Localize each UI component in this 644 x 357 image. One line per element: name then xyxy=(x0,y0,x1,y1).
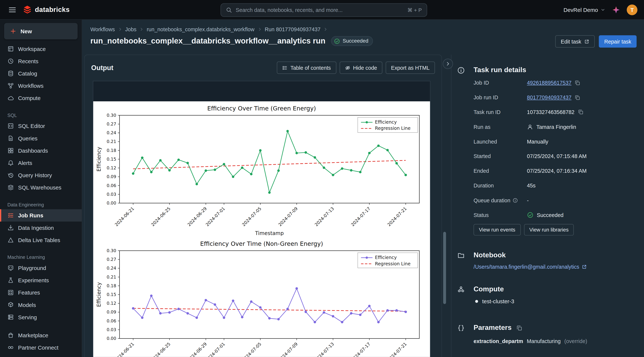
svg-text:0.12: 0.12 xyxy=(107,165,116,170)
edit-task-button[interactable]: Edit task xyxy=(556,35,595,48)
copy-icon[interactable] xyxy=(578,109,584,115)
view-run-events-button[interactable]: View run events xyxy=(474,224,520,236)
svg-text:2024-06-29: 2024-06-29 xyxy=(186,206,208,227)
search-input[interactable] xyxy=(236,7,404,13)
delta-live-tables-icon xyxy=(8,237,14,243)
workspace-selector[interactable]: DevRel Demo xyxy=(564,7,605,13)
info-icon[interactable] xyxy=(512,198,518,203)
sidebar-item-job-runs[interactable]: Job Runs xyxy=(0,209,82,221)
notebook-output-frame: Efficiency Over Time (Green Energy)0.000… xyxy=(93,81,430,357)
hamburger-menu-icon[interactable] xyxy=(8,5,16,14)
sidebar-item-partner-connect[interactable]: Partner Connect xyxy=(0,341,82,354)
table-of-contents-button[interactable]: Table of contents xyxy=(277,61,336,74)
svg-text:Efficiency: Efficiency xyxy=(96,147,102,172)
chevron-right-icon xyxy=(324,27,328,32)
parameters-heading: Parameters xyxy=(474,324,512,332)
svg-text:0.21: 0.21 xyxy=(107,275,116,280)
page-title: run_notebooks_complex__databricks_workfl… xyxy=(90,36,325,45)
chevron-right-icon xyxy=(139,27,144,32)
detail-value-text: Succeeded xyxy=(537,212,564,218)
sidebar-item-playground[interactable]: Playground xyxy=(0,262,82,274)
sidebar-item-recents[interactable]: Recents xyxy=(0,55,82,67)
sidebar-item-alerts[interactable]: Alerts xyxy=(0,157,82,169)
status-badge: Succeeded xyxy=(331,36,373,46)
view-run-libraries-button[interactable]: View run libraries xyxy=(524,224,574,236)
databricks-logo-icon xyxy=(23,5,32,14)
search-shortcut: ⌘ + P xyxy=(408,7,422,13)
sidebar-item-compute[interactable]: Compute xyxy=(0,92,82,104)
detail-label: Status xyxy=(474,212,527,218)
recents-icon xyxy=(8,58,14,64)
marketplace-icon xyxy=(8,332,14,339)
notebook-path-link[interactable]: /Users/tamara.fingerlin@gmail.com/analyt… xyxy=(474,264,579,270)
sidebar-item-queries[interactable]: Queries xyxy=(0,132,82,144)
svg-text:0.27: 0.27 xyxy=(107,122,116,126)
scrollbar-thumb[interactable] xyxy=(443,232,446,304)
breadcrumb-jobs[interactable]: Jobs xyxy=(125,26,136,32)
export-as-html-button[interactable]: Export as HTML xyxy=(386,61,435,74)
breadcrumb-run[interactable]: Run 801770940937437 xyxy=(265,26,320,32)
svg-text:2024-07-17: 2024-07-17 xyxy=(350,341,371,357)
copy-icon[interactable] xyxy=(575,95,580,100)
copy-icon[interactable] xyxy=(516,325,522,331)
sidebar-item-data-ingestion[interactable]: Data Ingestion xyxy=(0,222,82,234)
sidebar-item-serving[interactable]: Serving xyxy=(0,311,82,323)
breadcrumb-workflows[interactable]: Workflows xyxy=(90,26,115,32)
assistant-sparkle-icon[interactable] xyxy=(612,6,620,14)
sidebar-section-data-engineering: Data Engineering xyxy=(0,199,82,209)
databricks-app: databricks ⌘ + P DevRel Demo T xyxy=(0,0,644,357)
global-search[interactable]: ⌘ + P xyxy=(220,3,427,17)
sidebar-item-sql-editor[interactable]: SQL Editor xyxy=(0,120,82,132)
sidebar-section-sql: SQL xyxy=(0,110,82,120)
sidebar-nav: WorkspaceRecentsCatalogWorkflowsComputeS… xyxy=(0,42,82,354)
parameter-row: extraction_departm Manufacturing (overri… xyxy=(474,338,587,344)
copy-icon[interactable] xyxy=(575,80,580,86)
svg-text:0.18: 0.18 xyxy=(107,283,116,288)
detail-row-ended: Ended07/25/2024, 07:16:34 AM xyxy=(474,164,640,178)
detail-label: Task run ID xyxy=(474,109,527,115)
detail-row-launched: LaunchedManually xyxy=(474,134,640,149)
cluster-name[interactable]: test-cluster-3 xyxy=(482,298,514,304)
hide-code-button[interactable]: Hide code xyxy=(340,61,382,74)
svg-text:2024-07-13: 2024-07-13 xyxy=(314,206,335,227)
sidebar-item-workflows[interactable]: Workflows xyxy=(0,80,82,92)
partner-connect-icon xyxy=(8,344,14,351)
sidebar-item-query-history[interactable]: Query History xyxy=(0,169,82,181)
repair-task-button[interactable]: Repair task xyxy=(599,35,636,48)
collapse-panel-button[interactable] xyxy=(443,59,453,69)
sidebar-item-catalog[interactable]: Catalog xyxy=(0,67,82,80)
topbar-right: DevRel Demo T xyxy=(564,0,637,20)
svg-text:Regression Line: Regression Line xyxy=(375,261,410,267)
user-avatar[interactable]: T xyxy=(627,4,637,15)
sidebar-item-workspace[interactable]: Workspace xyxy=(0,42,82,55)
sidebar-item-delta-live-tables[interactable]: Delta Live Tables xyxy=(0,234,82,246)
sidebar-item-features[interactable]: Features xyxy=(0,286,82,299)
sidebar-item-marketplace[interactable]: Marketplace xyxy=(0,329,82,341)
breadcrumb-job[interactable]: run_notebooks_complex.databricks_workflo… xyxy=(147,26,254,32)
databricks-logo[interactable]: databricks xyxy=(23,5,70,14)
external-link-icon[interactable] xyxy=(582,264,587,270)
detail-value-text: 1073327463568782 xyxy=(527,109,574,115)
detail-value-link[interactable]: 801770940937437 xyxy=(527,94,572,101)
sidebar: New WorkspaceRecentsCatalogWorkflowsComp… xyxy=(0,20,82,357)
svg-text:2024-07-05: 2024-07-05 xyxy=(241,341,262,357)
detail-value-link[interactable]: 492618895617537 xyxy=(527,80,572,86)
compute-heading: Compute xyxy=(474,285,504,293)
task-detail-rows: Job ID492618895617537Job run ID801770940… xyxy=(474,75,640,222)
brand-wordmark: databricks xyxy=(35,6,70,13)
sidebar-item-experiments[interactable]: Experiments xyxy=(0,274,82,286)
breadcrumb: Workflows Jobs run_notebooks_complex.dat… xyxy=(90,26,328,32)
compute-icon xyxy=(8,95,14,101)
parameter-value: Manufacturing xyxy=(527,338,560,344)
sidebar-item-sql-warehouses[interactable]: SQL Warehouses xyxy=(0,181,82,194)
playground-icon xyxy=(8,265,14,271)
sidebar-item-models[interactable]: Models xyxy=(0,299,82,311)
output-heading: Output xyxy=(91,64,113,72)
sidebar-item-dashboards[interactable]: Dashboards xyxy=(0,144,82,157)
svg-text:Regression Line: Regression Line xyxy=(375,125,410,131)
external-link-icon xyxy=(584,39,590,44)
new-button[interactable]: New xyxy=(4,23,78,39)
detail-row-task-run-id: Task run ID1073327463568782 xyxy=(474,105,640,120)
sql-warehouses-icon xyxy=(8,184,14,191)
parameters-heading-row: Parameters xyxy=(451,323,522,333)
